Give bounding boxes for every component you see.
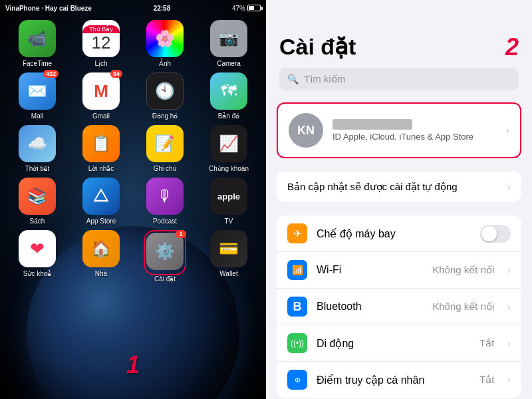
wallet-icon[interactable]: 💳 (210, 230, 247, 267)
airplane-mode-row[interactable]: ✈ Chế độ máy bay (277, 215, 521, 252)
mail-label: Mail (31, 112, 43, 120)
battery-icon (247, 5, 261, 11)
wifi-row[interactable]: 📶 Wi-Fi Không kết nối › (277, 252, 521, 289)
gmail-label: Gmail (92, 112, 110, 120)
phone-screen: VinaPhone · Hay cai Blueze 22:58 47% 📹 F… (0, 0, 266, 399)
app-stocks[interactable]: 📈 Chứng khoán (202, 125, 255, 172)
app-photos[interactable]: 🌸 Ảnh (138, 20, 192, 67)
settings-section-main: ✈ Chế độ máy bay 📶 Wi-Fi Không kết nối ›… (277, 215, 521, 398)
profile-chevron: › (506, 124, 509, 136)
wifi-value: Không kết nối (432, 264, 494, 276)
wifi-chevron: › (507, 265, 511, 275)
settings-header: Cài đặt 🔍 Tìm kiếm (266, 0, 532, 102)
airplane-icon: ✈ (287, 223, 307, 243)
mail-badge: 432 (43, 70, 59, 78)
airplane-label: Chế độ máy bay (317, 227, 471, 240)
cellular-value: Tắt (479, 337, 494, 349)
calendar-label: Lịch (94, 60, 107, 67)
app-settings[interactable]: ⚙️ 1 Cài đặt (138, 230, 192, 283)
photos-icon[interactable]: 🌸 (146, 20, 184, 57)
app-camera[interactable]: 📷 Camera (202, 20, 255, 67)
stocks-label: Chứng khoán (209, 165, 249, 172)
photos-label: Ảnh (159, 60, 171, 67)
bluetooth-label: Bluetooth (317, 301, 423, 313)
app-home[interactable]: 🏠 Nhà (74, 230, 128, 283)
podcast-icon[interactable]: 🎙 (146, 178, 184, 215)
app-appstore[interactable]: App Store (74, 178, 128, 225)
reminders-label: Lời nhắc (88, 165, 114, 172)
profile-name (332, 119, 412, 130)
reminders-icon[interactable]: 📋 (82, 125, 120, 162)
step-number-2: 2 (505, 33, 519, 61)
app-maps[interactable]: 🗺 Bản đồ (202, 72, 255, 120)
app-gmail[interactable]: M 94 Gmail (74, 72, 128, 120)
toggle-knob (481, 226, 497, 241)
app-books[interactable]: 📚 Sách (11, 178, 64, 225)
status-bar: VinaPhone · Hay cai Blueze 22:58 47% (0, 0, 266, 16)
home-icon[interactable]: 🏠 (82, 230, 120, 267)
podcast-label: Podcast (153, 217, 177, 225)
hotspot-value: Tắt (479, 374, 494, 386)
tv-icon[interactable]: apple (210, 178, 247, 215)
appstore-label: App Store (86, 217, 116, 225)
auto-update-row[interactable]: Bản cập nhật sẽ được cài đặt tự động › (277, 172, 521, 202)
wifi-label: Wi-Fi (317, 264, 423, 276)
hotspot-label: Điểm truy cập cá nhân (317, 374, 470, 386)
search-icon: 🔍 (287, 74, 299, 84)
app-row-5: ❤ Sức khoẻ 🏠 Nhà ⚙️ 1 Cài đặt 💳 Wal (5, 230, 261, 283)
appstore-icon[interactable] (82, 178, 120, 215)
search-bar[interactable]: 🔍 Tìm kiếm (279, 68, 519, 90)
wallet-label: Wallet (219, 270, 237, 277)
maps-icon[interactable]: 🗺 (210, 72, 247, 110)
airplane-toggle[interactable] (480, 225, 511, 243)
app-podcast[interactable]: 🎙 Podcast (138, 178, 192, 225)
app-weather[interactable]: ☁️ Thời tiết (11, 125, 64, 172)
user-avatar: KN (289, 113, 323, 148)
mail-icon[interactable]: ✉️ 432 (19, 72, 56, 110)
weather-icon[interactable]: ☁️ (19, 125, 56, 162)
camera-icon[interactable]: 📷 (210, 20, 247, 57)
app-tv[interactable]: apple TV (202, 178, 255, 225)
facetime-icon[interactable]: 📹 (19, 20, 56, 57)
bluetooth-chevron: › (507, 301, 511, 312)
hotspot-chevron: › (507, 374, 511, 385)
bluetooth-row[interactable]: B Bluetooth Không kết nối › (277, 289, 521, 325)
calendar-icon[interactable]: Thứ Bảy 12 (82, 20, 120, 57)
battery-fill (249, 6, 254, 10)
cellular-row[interactable]: ((•)) Di động Tắt › (277, 325, 521, 362)
notes-label: Ghi chú (154, 165, 176, 172)
weather-label: Thời tiết (25, 165, 49, 172)
gmail-icon[interactable]: M 94 (82, 72, 120, 110)
app-mail[interactable]: ✉️ 432 Mail (11, 72, 64, 120)
settings-title: Cài đặt (279, 33, 519, 60)
notes-icon[interactable]: 📝 (146, 125, 184, 162)
app-row-2: ✉️ 432 Mail M 94 Gmail 🕙 Đồng hồ 🗺 Bản đ… (5, 72, 261, 120)
app-reminders[interactable]: 📋 Lời nhắc (74, 125, 128, 172)
app-grid: 📹 FaceTime Thứ Bảy 12 Lịch 🌸 Ảnh 📷 Camer… (0, 20, 266, 288)
settings-icon[interactable]: ⚙️ 1 (146, 233, 184, 270)
hotspot-row[interactable]: ⊕ Điểm truy cập cá nhân Tắt › (277, 362, 521, 398)
app-calendar[interactable]: Thứ Bảy 12 Lịch (74, 20, 128, 67)
auto-update-chevron: › (507, 181, 511, 193)
books-icon[interactable]: 📚 (19, 178, 56, 215)
books-label: Sách (30, 217, 45, 225)
app-health[interactable]: ❤ Sức khoẻ (11, 230, 64, 283)
bluetooth-icon: B (287, 297, 307, 317)
clock-icon[interactable]: 🕙 (146, 72, 184, 110)
stocks-icon[interactable]: 📈 (210, 125, 247, 162)
health-label: Sức khoẻ (23, 270, 52, 277)
app-facetime[interactable]: 📹 FaceTime (11, 20, 64, 67)
carrier-text: VinaPhone · Hay cai Blueze (5, 5, 92, 12)
settings-label: Cài đặt (154, 275, 176, 283)
profile-row[interactable]: KN ID Apple, iCloud, iTunes & App Store … (277, 102, 521, 158)
app-clock[interactable]: 🕙 Đồng hồ (138, 72, 192, 120)
app-row-1: 📹 FaceTime Thứ Bảy 12 Lịch 🌸 Ảnh 📷 Camer… (5, 20, 261, 67)
app-wallet[interactable]: 💳 Wallet (202, 230, 255, 283)
profile-subtitle: ID Apple, iCloud, iTunes & App Store (332, 132, 497, 142)
status-right: 47% (232, 5, 261, 12)
clock-label: Đồng hồ (152, 112, 178, 120)
step-number-1: 1 (126, 351, 140, 379)
settings-selected-box: ⚙️ 1 (144, 230, 186, 275)
health-icon[interactable]: ❤ (19, 230, 56, 267)
app-notes[interactable]: 📝 Ghi chú (138, 125, 192, 172)
